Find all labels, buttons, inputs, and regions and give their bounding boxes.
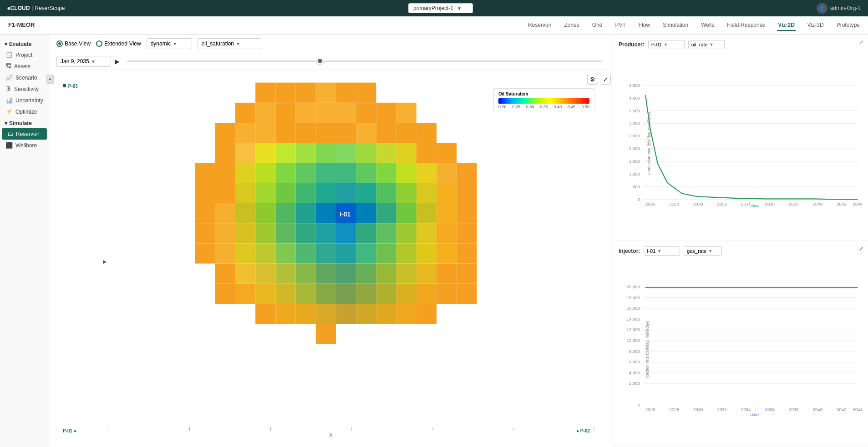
svg-rect-54 [235,183,255,203]
svg-rect-114 [316,264,336,284]
sidebar-item-scenario[interactable]: 📈 Scenario [0,72,49,83]
injector-property-dropdown[interactable]: gas_rate ▼ [684,246,722,256]
sidebar-section-evaluate[interactable]: ▾ Evaluate [0,38,49,49]
svg-rect-95 [195,243,215,263]
svg-rect-116 [356,264,376,284]
svg-rect-61 [376,183,396,203]
svg-rect-30 [296,143,316,163]
nav-simulation[interactable]: Simulation [662,20,689,31]
producer-chart-svg: 4,500 4,000 3,500 3,000 2,500 2,000 1,50… [619,53,863,235]
sidebar-item-wellbore[interactable]: ⬛ Wellbore [0,140,49,151]
svg-text:2032: 2032 [717,201,727,206]
producer-well-dropdown[interactable]: P-01 ▼ [648,40,685,49]
svg-rect-40 [235,163,255,183]
svg-rect-98 [255,243,275,263]
nav-grid[interactable]: Grid [591,20,604,31]
producer-chart-expand-button[interactable]: ⤢ [859,39,863,45]
sidebar-section-simulate[interactable]: ▾ Simulate [0,117,49,128]
assets-icon: 🏗 [5,63,11,70]
user-menu[interactable]: 👤 admin-Org-1 [817,3,861,14]
model-name: F1-MEOR [7,20,36,31]
uncertainty-icon: 📊 [5,97,13,104]
svg-rect-113 [296,264,316,284]
nav-reservoir[interactable]: Reservoir [527,20,552,31]
grid-visualization: I-01 [49,70,613,447]
svg-rect-6 [235,103,255,123]
svg-text:2038: 2038 [789,407,798,412]
nav-prototype[interactable]: Prototype [836,20,861,31]
svg-rect-81 [195,223,215,243]
svg-rect-90 [376,223,396,243]
timeline-slider[interactable] [127,60,602,62]
sidebar-item-assets[interactable]: 🏗 Assets [0,60,49,72]
svg-rect-107 [437,243,457,263]
svg-rect-104 [376,243,396,263]
svg-rect-130 [376,284,396,304]
nav-flow[interactable]: Flow [638,20,651,31]
svg-text:2036: 2036 [765,201,775,206]
svg-rect-68 [235,203,255,223]
svg-text:2028: 2028 [669,407,679,412]
property-dropdown[interactable]: oil_saturation ▼ [198,38,261,49]
sidebar-item-uncertainty[interactable]: 📊 Uncertainty [0,95,49,106]
svg-rect-47 [376,163,396,183]
extended-view-radio[interactable]: Extended-View [96,40,141,47]
producer-well-chevron: ▼ [664,42,668,47]
project-selector[interactable]: primaryProject-1 ▼ [408,3,473,13]
svg-rect-86 [296,223,316,243]
svg-rect-41 [255,163,275,183]
injector-well-dropdown[interactable]: I-01 ▼ [644,246,680,256]
svg-rect-11 [336,103,356,123]
sidebar-collapse-button[interactable]: « [46,75,54,84]
svg-rect-58 [316,183,336,203]
mode-dropdown[interactable]: dynamic ▼ [147,38,192,49]
injector-chart-expand-button[interactable]: ⤢ [859,246,863,252]
producer-property-dropdown[interactable]: oil_rate ▼ [688,40,725,49]
svg-text:0: 0 [638,197,640,202]
sidebar-item-reservoir[interactable]: 🗂 Reservoir [2,128,47,140]
y-arrow: ▶ [103,259,107,265]
svg-rect-12 [356,103,376,123]
sidebar-item-sensitivity[interactable]: 🎚 Sensitivity [0,83,49,95]
nav-viz3d[interactable]: Viz-3D [807,20,825,31]
base-view-radio[interactable]: Base-View [56,40,91,47]
date-value: Jan 9, 2035 [61,58,89,65]
user-name: admin-Org-1 [830,5,861,11]
date-selector[interactable]: Jan 9, 2035 ▼ [56,56,111,67]
project-selector-area: primaryProject-1 ▼ [408,3,473,13]
svg-rect-97 [235,243,255,263]
svg-rect-131 [396,284,416,304]
secondary-nav: F1-MEOR Reservoir Zones Grid PVT Flow Si… [0,16,868,35]
nav-pvt[interactable]: PVT [614,20,626,31]
map-settings-button[interactable]: ⚙ [587,74,598,85]
map-expand-button[interactable]: ⤢ [600,74,611,85]
nav-zones[interactable]: Zones [563,20,580,31]
map-viewport: ⚙ ⤢ Oil Saturation 0.20 0.25 0.30 0.35 0… [49,70,613,447]
svg-rect-106 [416,243,437,263]
svg-rect-110 [235,264,255,284]
svg-text:2030: 2030 [693,201,703,206]
nav-viz2d[interactable]: Viz-2D [777,20,795,31]
legend-val-2: 0.30 [526,105,534,109]
svg-text:12,000: 12,000 [627,327,640,332]
nav-field-response[interactable]: Field-Response [726,20,766,31]
top-bar: eCLOUD | ReserScope primaryProject-1 ▼ 👤… [0,0,868,16]
svg-rect-52 [195,183,215,203]
svg-rect-38 [195,163,215,183]
svg-rect-120 [437,264,457,284]
svg-rect-93 [437,223,457,243]
svg-text:2042: 2042 [837,407,846,412]
svg-rect-20 [316,123,336,143]
svg-rect-19 [296,123,316,143]
play-button[interactable]: ▶ [115,58,120,65]
injector-chart-section: Injector: I-01 ▼ gas_rate ▼ ⤢ Injection … [613,241,868,447]
svg-rect-3 [316,83,336,103]
sidebar: « ▾ Evaluate 📋 Project 🏗 Assets 📈 Scenar… [0,35,49,447]
sidebar-item-optimize[interactable]: ⚡ Optimize [0,106,49,117]
sidebar-item-project[interactable]: 📋 Project [0,49,49,60]
injector-property-value: gas_rate [687,248,706,254]
svg-rect-105 [396,243,416,263]
svg-text:3,000: 3,000 [629,121,640,126]
svg-rect-142 [396,304,416,324]
nav-wells[interactable]: Wells [700,20,715,31]
